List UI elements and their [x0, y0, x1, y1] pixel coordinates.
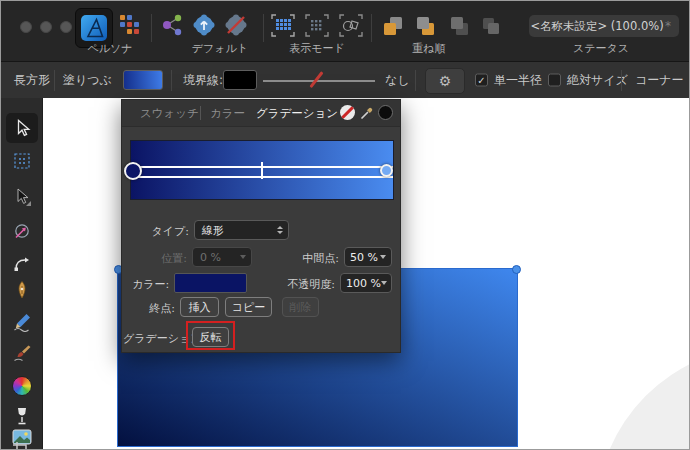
node-tool[interactable] [6, 182, 38, 212]
outline-view-icon[interactable] [337, 12, 365, 39]
fill-popover-panel: スウォッチ カラー グラデーション タイプ: 線形 [121, 99, 401, 353]
single-radius-checkbox[interactable]: ✓ [475, 74, 488, 87]
checkmark-icon: ✓ [477, 75, 485, 86]
type-label: タイプ: [144, 224, 189, 239]
gradient-type-value: 線形 [202, 223, 273, 238]
artboard-tool-icon [12, 151, 32, 171]
stroke-width-track [263, 80, 375, 82]
move-to-back-icon[interactable] [479, 14, 503, 38]
color-wheel-icon [12, 376, 32, 396]
persona-switcher-icon[interactable] [117, 12, 141, 36]
window-close-button[interactable] [20, 21, 32, 33]
dropdown-arrow-icon [381, 281, 387, 285]
share-icon[interactable] [159, 12, 187, 38]
vector-brush-tool[interactable] [6, 338, 38, 368]
dropdown-arrow-icon [240, 255, 246, 259]
single-radius-label: 単一半径 [494, 72, 542, 89]
document-status: <名称未設定> (100.0%) * [529, 15, 679, 37]
pencil-tool-icon [12, 312, 32, 332]
opacity-value: 100 % [346, 277, 381, 290]
point-transform-tool-icon [12, 221, 32, 241]
gradient-row-label: グラデーション [123, 331, 187, 346]
context-toolbar: 長方形 塗りつぶ 境界線: なし ⚙ ✓ 単一半径 絶対サイズ コーナー [1, 62, 689, 99]
panel-tab-bar: スウォッチ カラー グラデーション [122, 100, 400, 127]
stroke-style-value: なし [385, 72, 410, 89]
corner-tool-icon [12, 253, 32, 273]
pencil-tool[interactable] [6, 307, 38, 337]
fill-label: 塗りつぶ [63, 72, 112, 89]
move-forward-icon[interactable] [413, 14, 437, 38]
stroke-swatch[interactable] [223, 70, 257, 90]
node-tool-icon [12, 187, 32, 207]
tools-sidebar [1, 98, 43, 450]
artboard-tool[interactable] [6, 146, 38, 176]
tab-gradient[interactable]: グラデーション [256, 100, 338, 126]
delete-stop-button[interactable]: 削除 [282, 297, 319, 317]
no-fill-icon[interactable] [340, 105, 355, 120]
tab-color[interactable]: カラー [210, 100, 245, 126]
revert-defaults-icon[interactable] [223, 12, 249, 38]
window-minimize-button[interactable] [40, 21, 52, 33]
pen-tool[interactable] [6, 275, 38, 305]
current-color-chip[interactable] [378, 105, 393, 120]
status-section-label: ステータス [541, 41, 661, 56]
background-circle-shape[interactable] [596, 346, 690, 450]
persona-section-label: ペルソナ [75, 41, 145, 56]
fill-swatch[interactable] [123, 70, 163, 90]
midpoint-label: 中間点: [292, 251, 339, 266]
opacity-label: 不透明度: [278, 277, 335, 292]
opacity-dropdown[interactable]: 100 % [340, 273, 392, 293]
stroke-label: 境界線: [183, 72, 223, 89]
modified-indicator: * [665, 19, 679, 33]
wine-glass-icon [12, 406, 32, 426]
stop-color-label: カラー: [132, 277, 169, 292]
annotation-highlight-box [186, 321, 235, 350]
absolute-size-checkbox[interactable] [548, 74, 561, 87]
dropdown-arrow-icon [380, 255, 386, 259]
synchronize-defaults-icon[interactable] [191, 12, 217, 38]
selection-handle-top-right[interactable] [512, 265, 521, 274]
gradient-type-dropdown[interactable]: 線形 [194, 220, 289, 240]
tab-separator [200, 106, 201, 120]
view-mode-section-label: 表示モード [271, 41, 363, 56]
stroke-settings-button[interactable]: ⚙ [425, 68, 465, 94]
move-tool[interactable] [6, 113, 38, 143]
gradient-stop-start[interactable] [124, 162, 142, 180]
endpoint-label: 終点: [135, 301, 175, 316]
crop-tool[interactable] [6, 442, 38, 450]
retina-view-icon[interactable] [303, 12, 331, 39]
vector-brush-tool-icon [12, 343, 32, 363]
gradient-midpoint-marker[interactable] [261, 162, 263, 179]
shape-type-label: 長方形 [14, 72, 50, 89]
stroke-style-control[interactable]: なし [263, 62, 409, 98]
pen-tool-icon [12, 280, 32, 300]
gear-icon: ⚙ [439, 73, 452, 89]
arrange-section-label: 重ね順 [393, 41, 465, 56]
fill-tool[interactable] [6, 371, 38, 401]
position-dropdown[interactable]: 0 % [192, 247, 252, 267]
window-zoom-button[interactable] [60, 21, 72, 33]
document-title: <名称未設定> (100.0%) [529, 19, 665, 34]
stepper-icon [277, 226, 283, 235]
stop-color-swatch[interactable] [174, 273, 247, 293]
point-transform-tool[interactable] [6, 216, 38, 246]
pixel-view-icon[interactable] [269, 12, 297, 39]
tab-swatches[interactable]: スウォッチ [140, 100, 199, 126]
defaults-section-label: デフォルト [179, 41, 261, 56]
gradient-editor-bar[interactable] [130, 140, 394, 200]
eyedropper-icon[interactable] [360, 105, 375, 120]
position-value: 0 % [200, 251, 240, 264]
corner-label: コーナー [635, 72, 684, 89]
move-to-front-icon[interactable] [381, 14, 405, 38]
position-label: 位置: [146, 251, 187, 266]
corner-tool[interactable] [6, 248, 38, 278]
affinity-designer-icon [81, 15, 107, 41]
insert-stop-button[interactable]: 挿入 [180, 297, 219, 317]
absolute-size-label: 絶対サイズ [567, 72, 628, 89]
midpoint-value: 50 % [350, 251, 380, 264]
top-toolbar: ペルソナ デフォ [1, 1, 689, 62]
copy-stop-button[interactable]: コピー [225, 297, 272, 317]
gradient-stop-end[interactable] [380, 164, 393, 177]
move-backward-icon[interactable] [447, 14, 471, 38]
midpoint-dropdown[interactable]: 50 % [344, 247, 392, 267]
